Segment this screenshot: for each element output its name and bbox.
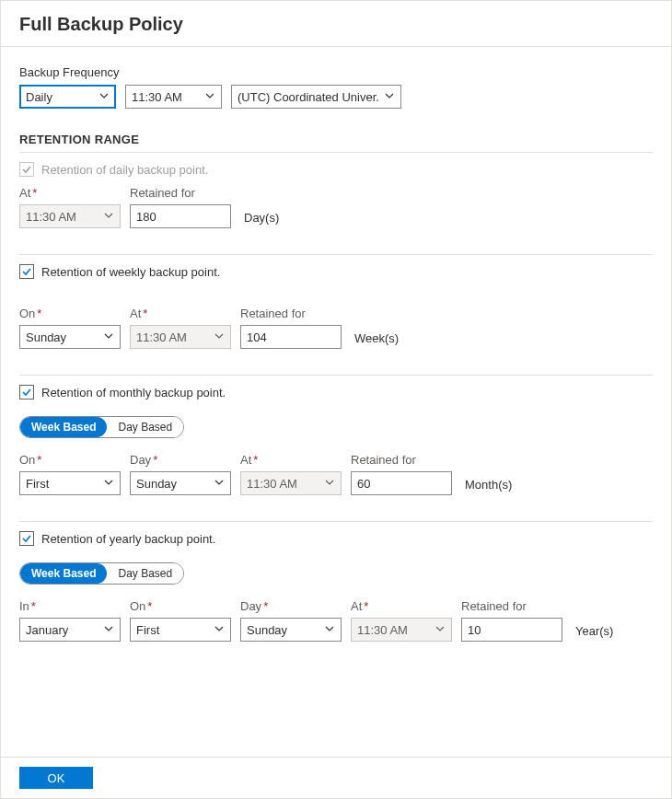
chevron-down-icon [434,623,446,637]
chevron-down-icon [204,90,215,104]
weekly-retention-label: Retention of weekly backup point. [41,265,220,279]
monthly-on-select[interactable]: First [19,471,121,495]
divider [19,152,653,153]
monthly-retention-checkbox[interactable] [19,385,34,400]
yearly-day-label: Day* [240,599,342,613]
yearly-week-based-pill[interactable]: Week Based [20,563,107,584]
divider [19,254,653,255]
weekly-retained-input[interactable]: 104 [240,325,342,349]
frequency-select-value: Daily [26,90,52,104]
retention-range-heading: RETENTION RANGE [19,133,653,146]
chevron-down-icon [103,210,114,224]
yearly-at-value: 11:30 AM [357,623,408,637]
monthly-retained-input[interactable]: 60 [351,471,452,495]
weekly-on-value: Sunday [26,330,66,344]
yearly-on-select[interactable]: First [130,618,231,642]
monthly-day-based-pill[interactable]: Day Based [107,417,183,437]
divider [19,521,653,522]
divider [19,375,653,376]
frequency-select[interactable]: Daily [19,85,116,109]
monthly-basis-toggle: Week Based Day Based [19,416,184,438]
yearly-retained-input[interactable]: 10 [461,618,562,642]
chevron-down-icon [214,477,225,491]
yearly-retention-checkbox[interactable] [19,531,34,546]
weekly-unit: Week(s) [351,331,399,349]
daily-retained-input[interactable]: 180 [130,204,231,228]
yearly-unit: Year(s) [572,624,613,642]
monthly-at-label: At* [240,453,342,467]
monthly-week-based-pill[interactable]: Week Based [20,417,107,437]
yearly-on-value: First [136,623,159,637]
backup-frequency-label: Backup Frequency [19,65,653,79]
weekly-on-label: On* [19,307,121,320]
chevron-down-icon [98,90,110,104]
monthly-retention-label: Retention of monthly backup point. [41,386,226,400]
daily-retention-checkbox [19,162,34,177]
chevron-down-icon [103,623,114,637]
footer: OK [1,757,671,798]
yearly-in-select[interactable]: January [19,618,121,642]
weekly-on-select[interactable]: Sunday [19,325,121,349]
yearly-on-label: On* [130,599,231,613]
chevron-down-icon [384,90,395,104]
yearly-basis-toggle: Week Based Day Based [19,562,184,585]
monthly-on-value: First [26,477,49,491]
weekly-retained-label: Retained for [240,307,342,320]
yearly-day-select[interactable]: Sunday [240,618,342,642]
chevron-down-icon [214,623,225,637]
weekly-retention-checkbox[interactable] [19,264,34,279]
yearly-in-label: In* [19,599,121,613]
chevron-down-icon [103,330,114,344]
yearly-at-label: At* [351,599,452,613]
page-title: Full Backup Policy [1,1,671,47]
daily-unit: Day(s) [240,211,279,228]
time-select-value: 11:30 AM [132,90,182,104]
daily-at-label: At* [19,186,121,200]
monthly-unit: Month(s) [461,478,512,495]
monthly-day-select[interactable]: Sunday [130,471,231,495]
yearly-in-value: January [26,623,68,637]
monthly-retained-label: Retained for [351,453,452,467]
yearly-retained-label: Retained for [461,599,562,613]
weekly-at-select: 11:30 AM [130,325,231,349]
chevron-down-icon [214,330,225,344]
monthly-on-label: On* [19,453,121,467]
chevron-down-icon [324,623,335,637]
yearly-day-value: Sunday [247,623,287,637]
yearly-day-based-pill[interactable]: Day Based [107,563,183,584]
weekly-at-label: At* [130,307,231,320]
daily-retained-label: Retained for [130,186,231,200]
monthly-day-value: Sunday [136,477,177,491]
timezone-select-value: (UTC) Coordinated Univer... [238,90,378,104]
monthly-at-value: 11:30 AM [247,477,297,491]
daily-retention-label: Retention of daily backup point. [41,163,208,177]
daily-at-value: 11:30 AM [26,210,76,224]
daily-at-select: 11:30 AM [19,204,121,228]
chevron-down-icon [103,477,114,491]
chevron-down-icon [324,477,335,491]
time-select[interactable]: 11:30 AM [125,85,222,109]
monthly-day-label: Day* [130,453,231,467]
ok-button[interactable]: OK [19,767,93,789]
timezone-select[interactable]: (UTC) Coordinated Univer... [231,85,401,109]
weekly-at-value: 11:30 AM [136,330,187,344]
yearly-at-select: 11:30 AM [351,618,452,642]
monthly-at-select: 11:30 AM [240,471,342,495]
yearly-retention-label: Retention of yearly backup point. [41,532,215,546]
